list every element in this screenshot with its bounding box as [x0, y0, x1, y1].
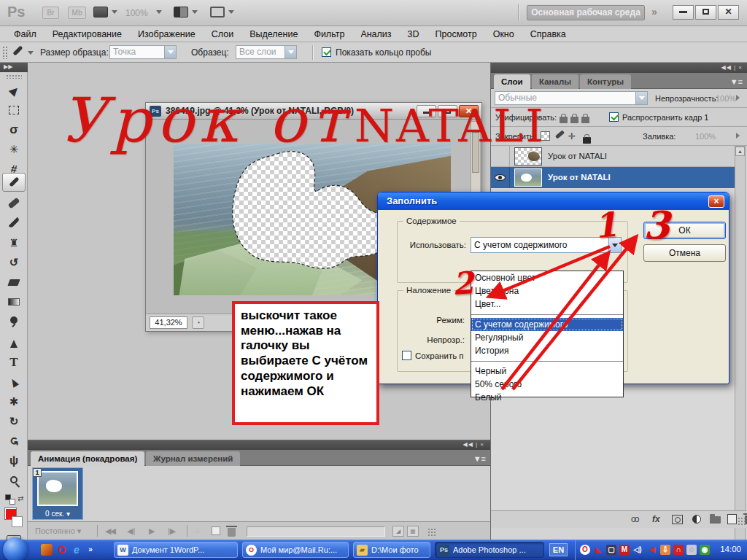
language-indicator[interactable]: EN [549, 543, 568, 556]
new-layer-icon[interactable] [727, 514, 737, 524]
magic-wand-tool[interactable]: ✳ [4, 141, 23, 158]
scroll-end-icon[interactable]: ◢ [392, 526, 404, 537]
minimize-button[interactable] [673, 5, 694, 20]
convert-to-timeline-icon[interactable]: ▦ [407, 526, 419, 537]
opacity-slider-icon[interactable] [736, 95, 743, 101]
tray-sound-icon[interactable]: ◀ [647, 545, 657, 555]
tab-measurement-log[interactable]: Журнал измерений [146, 451, 240, 466]
previous-frame-icon[interactable]: ◀| [127, 526, 135, 536]
sample-size-select[interactable]: Точка [109, 45, 177, 59]
quicklaunch-app-icon[interactable] [41, 544, 53, 556]
taskbar-photoshop[interactable]: Ps Adobe Photoshop ... [435, 542, 544, 558]
list-item-selected[interactable]: С учетом содержимого [471, 318, 623, 331]
panel-menu-icon[interactable]: ▼≡ [730, 77, 743, 86]
taskbar-photos-folder[interactable]: ▰ D:\Мои фото [353, 542, 430, 558]
workspace-button[interactable]: Основная рабочая среда [527, 5, 645, 20]
eyedropper-tool-icon[interactable] [12, 46, 23, 55]
menu-layers[interactable]: Слои [204, 29, 241, 39]
dock-header[interactable]: ◀◀ | × [491, 63, 747, 73]
menu-file[interactable]: Файл [6, 29, 44, 39]
list-item[interactable]: Черный [471, 365, 623, 378]
first-frame-icon[interactable]: ◀◀ [105, 526, 115, 536]
start-button[interactable] [3, 537, 28, 560]
menu-filter[interactable]: Фильтр [306, 29, 352, 39]
next-frame-icon[interactable]: |▶ [168, 526, 176, 536]
new-group-icon[interactable] [710, 516, 721, 524]
restore-button[interactable] [695, 5, 716, 20]
clone-stamp-tool[interactable]: ♜ [4, 234, 23, 252]
list-item[interactable]: Цвет фона [471, 284, 623, 298]
play-icon[interactable]: ▶ [149, 526, 155, 536]
list-item[interactable]: Основной цвет [471, 271, 623, 284]
menu-help[interactable]: Справка [522, 29, 574, 39]
tray-search-icon[interactable]: ◌ [686, 545, 697, 555]
minibridge-button[interactable]: Mb [68, 7, 86, 19]
chevron-down-icon[interactable] [228, 10, 234, 17]
zoom-percent-field[interactable]: 41,32% [150, 316, 187, 329]
tray-nvidia-icon[interactable]: ◉ [700, 545, 710, 555]
quicklaunch-chevron[interactable]: » [85, 544, 96, 556]
dialog-titlebar[interactable]: Заполнить × [378, 192, 729, 210]
background-color-swatch[interactable] [12, 516, 23, 527]
tray-pointer-icon[interactable]: ◣ [593, 545, 603, 555]
arrange-documents-icon[interactable] [174, 7, 188, 18]
history-brush-tool[interactable]: ↺ [4, 254, 23, 271]
healing-brush-tool[interactable] [4, 195, 23, 212]
panel-collapse-bar[interactable]: ◀◀ | × [28, 440, 490, 450]
add-mask-icon[interactable] [672, 515, 683, 524]
menu-view[interactable]: Просмотр [427, 29, 485, 39]
loop-mode-select[interactable]: Постоянно ▾ [35, 526, 81, 536]
propagate-frame-checkbox[interactable] [609, 112, 619, 122]
path-selection-tool[interactable]: ▲ [0, 368, 28, 397]
quicklaunch-ie-icon[interactable]: e [71, 544, 82, 556]
menu-window[interactable]: Окно [485, 29, 522, 39]
delete-frame-icon[interactable] [228, 528, 236, 537]
launch-bridge-icon[interactable] [93, 7, 108, 18]
lock-all-icon[interactable] [583, 137, 591, 144]
layer-name[interactable]: Урок от NATALI [548, 152, 607, 160]
menu-select[interactable]: Выделение [241, 29, 306, 39]
marquee-tool[interactable] [4, 101, 23, 119]
collapse-panel-icon[interactable]: ▶▶ [0, 63, 28, 72]
gradient-tool[interactable] [4, 293, 23, 311]
list-item[interactable]: История [471, 344, 623, 357]
menu-3d[interactable]: 3D [400, 29, 427, 39]
fill-slider-icon[interactable] [736, 133, 743, 139]
workspace-overflow-chevron[interactable]: » [651, 6, 657, 18]
tray-volume-icon[interactable]: ◁) [632, 545, 643, 555]
resize-grip[interactable] [427, 528, 436, 537]
layer-name[interactable]: Урок от NATALI [548, 173, 611, 182]
chevron-down-icon[interactable] [28, 51, 34, 58]
tray-agent-icon[interactable]: M [619, 545, 630, 555]
layer-row-selected[interactable]: Урок от NATALI [491, 167, 735, 188]
scroll-up-icon[interactable]: ▲ [735, 147, 745, 156]
menu-image[interactable]: Изображение [130, 29, 204, 39]
3d-orbit-tool[interactable]: ↺ [5, 432, 23, 451]
bridge-button[interactable]: Br [42, 7, 59, 19]
list-item[interactable]: Белый [471, 391, 623, 404]
fill-value[interactable]: 100% [695, 132, 716, 141]
chevron-down-icon[interactable] [112, 10, 117, 17]
duplicate-frame-icon[interactable] [212, 526, 220, 535]
status-info-icon[interactable]: ◔ [192, 316, 204, 329]
frame-delay[interactable]: 0 сек. ▾ [33, 510, 82, 518]
animation-frame-1[interactable]: 1 0 сек. ▾ [32, 467, 83, 520]
brush-tool[interactable] [4, 214, 23, 232]
default-colors-icon[interactable] [9, 499, 15, 505]
layer-thumbnail[interactable] [514, 168, 542, 187]
tray-opera-icon[interactable]: O [580, 545, 590, 555]
frames-scroll-track[interactable] [247, 526, 385, 537]
link-layers-icon[interactable]: oo [631, 514, 638, 524]
opacity-value[interactable]: 100% [716, 94, 736, 103]
zoom-tool[interactable] [4, 472, 23, 489]
chevron-down-icon[interactable] [192, 10, 198, 17]
layer-style-icon[interactable]: fx [652, 514, 660, 524]
taskbar-word-document[interactable]: W Документ 1WordP... [114, 542, 238, 558]
pen-tool[interactable] [4, 334, 23, 351]
list-item[interactable]: Регулярный [471, 331, 623, 344]
tab-paths[interactable]: Контуры [580, 74, 631, 89]
zoom-level[interactable]: 100% [125, 8, 148, 18]
close-button[interactable]: ✕ [718, 5, 739, 20]
tray-antivirus-icon[interactable]: ∩ [673, 545, 684, 555]
drag-grip[interactable] [2, 46, 7, 59]
